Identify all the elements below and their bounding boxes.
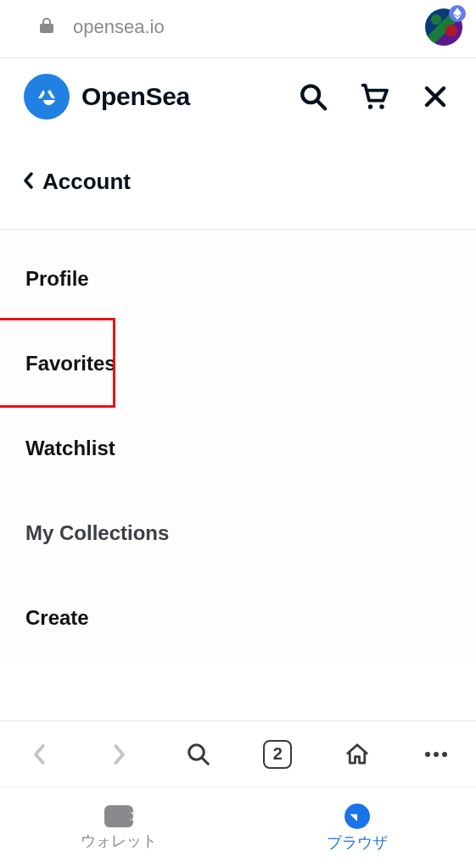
- menu-item-watchlist[interactable]: Watchlist: [0, 406, 476, 491]
- lock-icon: [39, 17, 54, 37]
- nav-tabs-button[interactable]: 2: [257, 734, 298, 775]
- svg-point-2: [368, 104, 372, 108]
- chevron-left-icon: [22, 171, 36, 193]
- nav-more-button[interactable]: [416, 734, 456, 775]
- app-tab-browser[interactable]: ブラウザ: [238, 787, 477, 868]
- svg-line-1: [316, 100, 325, 108]
- nav-forward-button[interactable]: [98, 734, 139, 775]
- cart-button[interactable]: [357, 81, 391, 112]
- wallet-icon: [104, 805, 133, 827]
- url-text: opensea.io: [73, 16, 165, 38]
- close-button[interactable]: [418, 84, 452, 109]
- account-menu: Profile Favorites Watchlist My Collectio…: [0, 230, 476, 660]
- browser-tab-label: ブラウザ: [327, 832, 388, 853]
- nav-search-button[interactable]: [178, 734, 219, 775]
- tab-count: 2: [263, 740, 292, 769]
- browser-url-bar[interactable]: opensea.io: [0, 0, 476, 58]
- profile-avatar[interactable]: [425, 8, 462, 46]
- ethereum-badge-icon: [449, 5, 466, 22]
- svg-point-6: [425, 752, 430, 757]
- svg-point-8: [442, 752, 447, 757]
- compass-icon: [344, 804, 370, 829]
- svg-line-5: [202, 757, 209, 764]
- menu-item-favorites[interactable]: Favorites: [0, 321, 476, 406]
- svg-point-7: [434, 752, 439, 757]
- back-to-account[interactable]: Account: [0, 135, 476, 229]
- app-tab-wallet[interactable]: ウォレット: [0, 787, 238, 868]
- browser-bottom-nav: 2: [0, 721, 476, 787]
- nav-back-button[interactable]: [20, 734, 60, 775]
- svg-point-3: [379, 104, 384, 108]
- brand-name: OpenSea: [81, 82, 190, 111]
- app-bottom-nav: ウォレット ブラウザ: [0, 787, 476, 868]
- search-button[interactable]: [296, 82, 330, 111]
- nav-home-button[interactable]: [337, 734, 378, 775]
- back-label: Account: [42, 169, 131, 195]
- wallet-tab-label: ウォレット: [81, 831, 157, 851]
- site-header: OpenSea: [0, 58, 476, 135]
- menu-item-my-collections[interactable]: My Collections: [0, 491, 476, 576]
- menu-item-create[interactable]: Create: [0, 576, 476, 660]
- opensea-logo-icon[interactable]: [24, 74, 70, 120]
- menu-item-profile[interactable]: Profile: [0, 236, 476, 321]
